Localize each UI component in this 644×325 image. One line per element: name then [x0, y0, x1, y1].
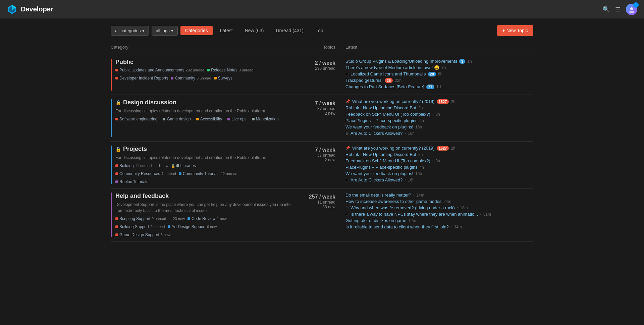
- subcat-name: Community Tutorials: [183, 171, 219, 176]
- category-desc-design-discussion: For discussing all topics related to dev…: [115, 108, 295, 114]
- subcategory-item[interactable]: Code Review 1 new: [187, 216, 227, 221]
- topic-link[interactable]: Studio Group Plugins & Loading/Unloading…: [345, 59, 457, 64]
- stat-unread: 37 unread: [302, 106, 335, 111]
- category-name-public[interactable]: Public: [115, 59, 295, 66]
- topic-link[interactable]: Do the small details really matter?: [345, 193, 411, 198]
- subcat-name: Libraries: [180, 163, 196, 168]
- subcategory-item[interactable]: Surveys: [214, 76, 232, 80]
- subcat-name: Live ops: [231, 117, 247, 121]
- topic-link[interactable]: PlacePlugins – Place-specific plugins: [345, 118, 418, 123]
- topic-dot: •: [405, 131, 406, 135]
- topic-link[interactable]: Is it reliable to send data to client wh…: [345, 224, 449, 229]
- topic-link[interactable]: Feedback on Sci-fi Menu UI (Too complex?…: [345, 112, 430, 117]
- topic-link[interactable]: Localized Game Icons and Thumbnails: [351, 71, 426, 76]
- new-topic-button[interactable]: + New Topic: [497, 25, 533, 36]
- subcat-new: 23 new: [173, 217, 185, 221]
- tab-latest[interactable]: Latest: [215, 26, 237, 35]
- topic-time: 22h: [395, 78, 401, 83]
- topic-item: We want your feedback on plugins!16h: [345, 124, 533, 129]
- topic-link[interactable]: Trackpad gestures!: [345, 78, 383, 83]
- subcategory-item[interactable]: Game design: [163, 117, 191, 121]
- subcategory-item[interactable]: Community 3 unread: [171, 76, 211, 80]
- subcategory-item[interactable]: Building 11 unread1 new: [115, 163, 168, 168]
- topic-link[interactable]: Feedback on Sci-fi Menu UI (Too complex?…: [345, 158, 430, 163]
- topic-time: 16h: [415, 171, 422, 176]
- tab-categories[interactable]: Categories: [180, 26, 213, 35]
- subcat-color-dot: [176, 164, 179, 167]
- user-avatar-wrap[interactable]: 1: [626, 4, 637, 15]
- subcat-name: Community Resources: [119, 171, 160, 176]
- category-name-help-and-feedback[interactable]: Help and feedback: [115, 193, 295, 200]
- topic-link[interactable]: Are Auto Clickers Allowed?: [351, 177, 402, 182]
- topic-time: 34m: [454, 225, 462, 229]
- subcategory-item[interactable]: Live ops: [227, 117, 247, 121]
- category-name-projects[interactable]: 🔒Projects: [115, 146, 295, 153]
- subcategory-item[interactable]: Art Design Support 6 new: [168, 224, 217, 229]
- category-desc-help-and-feedback: Development Support is the place where y…: [115, 202, 295, 214]
- chevron-icon: ▾: [142, 28, 145, 33]
- subcat-unread: 2 unread: [150, 225, 165, 229]
- topic-link[interactable]: PlacePlugins – Place-specific plugins: [345, 165, 418, 170]
- topic-time: 2h: [418, 152, 423, 157]
- categories-container: PublicPublic Updates and Announcements 2…: [111, 55, 533, 241]
- topic-link[interactable]: RoLink - New Upcoming Discord Bot: [345, 152, 416, 157]
- subcategory-item[interactable]: Accessibility: [196, 117, 222, 121]
- topic-link[interactable]: Are Auto Clickers Allowed?: [351, 131, 402, 136]
- topic-link[interactable]: Getting alot of dislikes on game: [345, 218, 406, 223]
- topic-link[interactable]: Why and when was /e removed? (Living und…: [351, 205, 455, 210]
- subcat-name: Release Notes: [211, 68, 237, 72]
- subcategory-item[interactable]: Community Resources 7 unread: [115, 171, 176, 176]
- tab-top[interactable]: Top: [311, 26, 328, 35]
- tab-new[interactable]: New (63): [240, 26, 269, 35]
- search-icon[interactable]: 🔍: [602, 6, 610, 13]
- subcat-color-dot: [207, 69, 210, 71]
- stat-unread: 296 unread: [302, 66, 335, 71]
- topic-badge: 28: [428, 72, 436, 76]
- subcategory-item-locked[interactable]: 🔒Libraries: [171, 163, 196, 168]
- category-row-help-and-feedback: Help and feedbackDevelopment Support is …: [111, 188, 533, 241]
- header-left: Developer: [7, 4, 53, 15]
- topic-item: PlacePlugins – Place-specific plugins4h: [345, 118, 533, 123]
- lock-icon: 🔒: [115, 147, 121, 152]
- subcategory-item[interactable]: Monetization: [252, 117, 279, 121]
- subcategory-item[interactable]: Developer Incident Reports: [115, 76, 168, 80]
- subcategory-item[interactable]: Building Support 2 unread: [115, 224, 165, 229]
- topic-link[interactable]: Is there a way to have NPCs stay where t…: [351, 212, 478, 217]
- subcategory-item[interactable]: Public Updates and Announcements 292 unr…: [115, 68, 204, 72]
- subcategory-item[interactable]: Roblox Tutorials: [115, 179, 148, 184]
- stat-per-week: 7 / week: [302, 147, 335, 153]
- topic-time: 24m: [443, 199, 451, 204]
- topic-link[interactable]: There's a new type of Medium article in …: [345, 65, 439, 70]
- subcategory-item[interactable]: Software engineering: [115, 117, 157, 121]
- topic-link[interactable]: We want your feedback on plugins!: [345, 124, 413, 129]
- external-icon: ⊞: [345, 178, 348, 182]
- topic-link[interactable]: RoLink - New Upcoming Discord Bot: [345, 105, 416, 110]
- stat-new: 38 new: [302, 205, 335, 209]
- topic-item: 📌What are you working on currently? (201…: [345, 99, 533, 104]
- col-category-header: Category: [111, 45, 302, 50]
- subcategory-item[interactable]: Game Design Support 5 new: [115, 232, 170, 237]
- topic-item: ⊞Is there a way to have NPCs stay where …: [345, 212, 533, 217]
- subcat-color-dot: [115, 69, 118, 71]
- subcategories-help-and-feedback: Scripting Support 9 unread23 newCode Rev…: [115, 216, 295, 237]
- category-name-design-discussion[interactable]: 🔒Design discussion: [115, 99, 295, 106]
- topic-link[interactable]: How to increase awareness to other game …: [345, 199, 441, 204]
- topic-link[interactable]: What are you working on currently? (2019…: [352, 146, 435, 151]
- topic-item: Do the small details really matter?•24m: [345, 193, 533, 198]
- subcategory-item[interactable]: Scripting Support 9 unread23 new: [115, 216, 185, 221]
- stat-unread: 11 unread: [302, 200, 335, 205]
- tab-unread[interactable]: Unread (431): [271, 26, 308, 35]
- all-categories-filter[interactable]: all categories ▾: [111, 26, 149, 36]
- subcategory-item[interactable]: Community Tutorials 12 unread: [179, 171, 237, 176]
- topic-dot: •: [413, 193, 415, 197]
- menu-icon[interactable]: ☰: [615, 6, 621, 13]
- subcat-color-dot: [196, 118, 199, 120]
- topic-time: 31m: [483, 212, 491, 217]
- topic-item: How to increase awareness to other game …: [345, 199, 533, 204]
- topic-link[interactable]: Changes to Part Surfaces [Beta Feature]: [345, 84, 424, 89]
- all-tags-filter[interactable]: all tags ▾: [152, 26, 178, 36]
- topic-link[interactable]: We want your feedback on plugins!: [345, 171, 413, 176]
- subcategory-item[interactable]: Release Notes 3 unread: [207, 68, 253, 72]
- topic-link[interactable]: What are you working on currently? (2019…: [352, 99, 435, 104]
- chevron-icon: ▾: [171, 28, 173, 33]
